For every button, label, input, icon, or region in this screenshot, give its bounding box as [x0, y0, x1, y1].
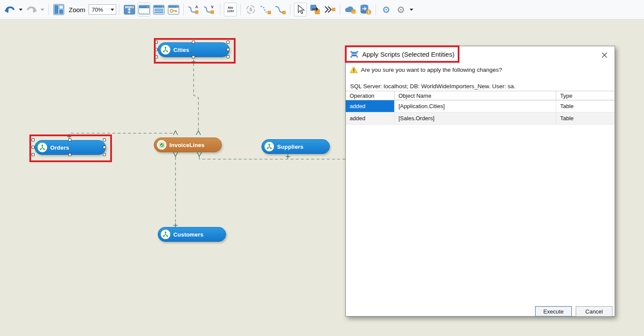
- entity-label: Cities: [173, 47, 189, 53]
- table-relation-icon: [161, 230, 170, 239]
- selection-handle[interactable]: [226, 48, 230, 51]
- selection-handle[interactable]: [103, 138, 106, 141]
- cell-type[interactable]: Table: [556, 100, 615, 112]
- dashed-connector-style-button[interactable]: [259, 3, 272, 16]
- merge-entities-button[interactable]: [323, 3, 336, 16]
- undo-icon: [4, 5, 16, 14]
- execute-button[interactable]: Execute: [535, 306, 572, 317]
- entity-cities[interactable]: Cities: [158, 42, 230, 57]
- deploy-database-button[interactable]: [359, 3, 372, 16]
- connector-orders-invoicelines: [69, 133, 174, 137]
- toolbar-separator: [48, 4, 49, 15]
- cell-object-name[interactable]: [Application.Cities]: [395, 100, 556, 112]
- connector-cities-invoicelines: [194, 63, 198, 130]
- diagram-panel-icon: [53, 4, 64, 15]
- settings-button[interactable]: ⚙: [394, 3, 407, 16]
- selection-handle[interactable]: [32, 153, 35, 156]
- selection-handle[interactable]: [192, 41, 195, 44]
- svg-text:V: V: [211, 5, 214, 9]
- arrowhead-up: [173, 131, 178, 135]
- copy-arrow-icon: [309, 4, 321, 15]
- sort-connectors-desc-button[interactable]: V: [203, 3, 217, 16]
- main-toolbar: Zoom 70%: [0, 0, 644, 19]
- view-attributes-button[interactable]: [152, 3, 165, 16]
- sort-connectors-asc-button[interactable]: A: [187, 3, 201, 16]
- zoom-label: Zoom: [69, 6, 85, 13]
- show-datatypes-button[interactable]: Abc 123#: [224, 3, 237, 16]
- dialog-title: Apply Scripts (Selected Entities): [362, 51, 454, 58]
- solid-connector-icon: [274, 4, 286, 15]
- entity-label: Orders: [50, 144, 69, 151]
- cell-type[interactable]: Table: [556, 112, 615, 124]
- toolbar-separator: [220, 4, 220, 15]
- view-entity-only-button[interactable]: [137, 3, 150, 16]
- schema-badge-button[interactable]: S: [244, 3, 257, 16]
- cell-operation[interactable]: added: [346, 100, 395, 112]
- diagram-panel-button[interactable]: [52, 3, 65, 16]
- connector-sort-asc-icon: A: [188, 4, 201, 15]
- entity-customers[interactable]: Customers: [158, 227, 226, 242]
- dialog-close-button[interactable]: [600, 51, 609, 59]
- anchor-cross: [191, 60, 196, 64]
- copy-entity-button[interactable]: [309, 3, 322, 16]
- settings-dropdown-caret[interactable]: [410, 9, 413, 11]
- selection-handle[interactable]: [103, 146, 106, 149]
- cloud-upload-icon: [344, 4, 357, 15]
- schema-badge-icon: S: [245, 4, 256, 15]
- table-row[interactable]: added [Sales.Orders] Table: [346, 112, 615, 125]
- entity-invoicelines[interactable]: InvoiceLines: [154, 138, 222, 152]
- column-header-object-name[interactable]: Object Name: [395, 91, 556, 100]
- pointer-tool-button[interactable]: [294, 3, 307, 16]
- database-deploy-icon: [360, 4, 372, 15]
- cell-operation[interactable]: added: [346, 112, 395, 124]
- table-relation-icon: [38, 143, 47, 152]
- entity-suppliers[interactable]: Suppliers: [261, 139, 330, 154]
- view-collapsed-button[interactable]: [123, 3, 136, 16]
- entity-label: Customers: [173, 231, 204, 238]
- svg-text:S: S: [249, 7, 252, 12]
- selection-handle[interactable]: [155, 41, 158, 44]
- entity-label: InvoiceLines: [169, 142, 204, 148]
- selection-handle[interactable]: [226, 41, 230, 44]
- upload-to-cloud-button[interactable]: [344, 3, 357, 16]
- selection-handle[interactable]: [32, 138, 35, 141]
- column-header-operation[interactable]: Operation: [346, 91, 395, 100]
- selection-handle[interactable]: [32, 146, 35, 149]
- selection-handle[interactable]: [68, 153, 71, 156]
- refresh-model-button[interactable]: ⚙: [379, 3, 392, 16]
- redo-button[interactable]: [25, 3, 38, 16]
- column-header-type[interactable]: Type: [556, 91, 615, 100]
- server-info-text: SQL Server: localhost; DB: WorldWideImpo…: [350, 83, 516, 90]
- svg-text:A: A: [195, 5, 198, 9]
- selection-handle[interactable]: [155, 48, 158, 51]
- apply-scripts-dialog: Apply Scripts (Selected Entities) Are yo…: [345, 46, 615, 317]
- anchor-cross: [286, 154, 290, 159]
- settings-gear-icon: ⚙: [397, 5, 405, 14]
- diagram-canvas[interactable]: Cities Orders InvoiceLines Suppliers Cus…: [0, 19, 644, 336]
- view-keys-icon: [168, 5, 179, 15]
- redo-dropdown-caret[interactable]: [41, 9, 44, 11]
- selection-handle[interactable]: [68, 138, 71, 141]
- selection-handle[interactable]: [192, 55, 195, 58]
- cell-object-name[interactable]: [Sales.Orders]: [395, 112, 556, 124]
- selection-handle[interactable]: [226, 55, 230, 58]
- cancel-button[interactable]: Cancel: [576, 306, 612, 317]
- view-entity-only-icon: [138, 5, 150, 15]
- entity-orders[interactable]: Orders: [35, 140, 106, 155]
- undo-button[interactable]: [3, 3, 16, 16]
- table-row[interactable]: added [Application.Cities] Table: [346, 100, 615, 112]
- toolbar-separator: [340, 4, 340, 15]
- selection-handle[interactable]: [103, 153, 106, 156]
- dialog-warning-row: Are you sure you want to apply the follo…: [350, 66, 502, 74]
- solid-connector-style-button[interactable]: [274, 3, 287, 16]
- view-check-icon: [157, 140, 166, 150]
- entity-label: Suppliers: [277, 144, 303, 150]
- view-keys-button[interactable]: [167, 3, 180, 16]
- zoom-value: 70%: [92, 6, 103, 13]
- arrowhead-up: [196, 131, 201, 135]
- cursor-icon: [296, 4, 305, 15]
- view-attributes-icon: [153, 5, 165, 15]
- undo-dropdown-caret[interactable]: [19, 9, 22, 11]
- zoom-select[interactable]: 70%: [89, 4, 116, 15]
- selection-handle[interactable]: [155, 55, 158, 58]
